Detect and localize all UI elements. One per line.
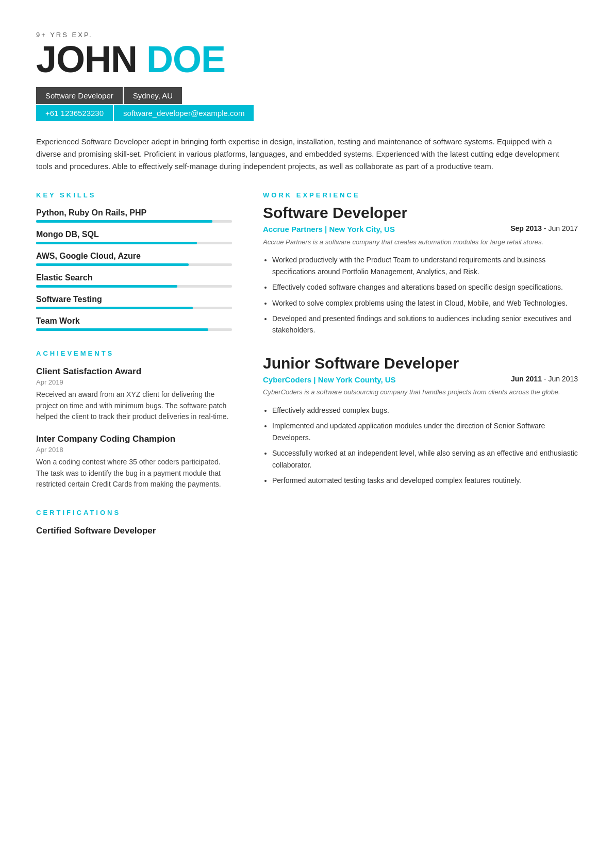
- achievement-desc: Received an award from an XYZ client for…: [36, 389, 232, 423]
- skills-section-title: KEY SKILLS: [36, 191, 232, 199]
- work-bullet: Worked to solve complex problems using t…: [272, 297, 578, 309]
- work-bullet: Successfully worked at an independent le…: [272, 447, 578, 471]
- email-tag: software_developer@example.com: [114, 105, 254, 121]
- certification-name: Certified Software Developer: [36, 526, 232, 536]
- skill-name: Elastic Search: [36, 273, 232, 282]
- achievement-date: Apr 2018: [36, 446, 232, 454]
- work-item: Junior Software Developer CyberCoders | …: [263, 355, 578, 487]
- certifications-section: CERTIFICATIONS Certified Software Develo…: [36, 509, 232, 536]
- work-title: Software Developer: [263, 204, 578, 221]
- certifications-section-title: CERTIFICATIONS: [36, 509, 232, 516]
- skill-bar-bg: [36, 285, 232, 288]
- work-company: Accrue Partners | New York City, US: [263, 224, 395, 235]
- skill-bar-bg: [36, 328, 232, 331]
- work-bullet: Worked productively with the Product Tea…: [272, 254, 578, 277]
- job-title-tag: Software Developer: [36, 87, 123, 104]
- work-bullet: Performed automated testing tasks and de…: [272, 475, 578, 486]
- skill-bar-fill: [36, 328, 208, 331]
- work-bullet: Effectively coded software changes and a…: [272, 281, 578, 293]
- skill-bar-bg: [36, 242, 232, 244]
- skills-section: KEY SKILLS Python, Ruby On Rails, PHP Mo…: [36, 191, 232, 331]
- work-dates: Jun 2011 - Jun 2013: [511, 375, 578, 383]
- achievements-section: ACHIEVEMENTS Client Satisfaction Award A…: [36, 349, 232, 490]
- work-description: CyberCoders is a software outsourcing co…: [263, 388, 578, 397]
- skill-item: Team Work: [36, 316, 232, 331]
- location-tag: Sydney, AU: [124, 87, 182, 104]
- skill-bar-fill: [36, 242, 197, 244]
- skill-item: Mongo DB, SQL: [36, 230, 232, 244]
- phone-tag: +61 1236523230: [36, 105, 113, 121]
- skill-item: AWS, Google Cloud, Azure: [36, 252, 232, 266]
- work-bullet: Effectively addressed complex bugs.: [272, 405, 578, 416]
- skill-bar-bg: [36, 307, 232, 309]
- skill-name: Mongo DB, SQL: [36, 230, 232, 239]
- skill-name: Software Testing: [36, 295, 232, 304]
- skill-item: Elastic Search: [36, 273, 232, 288]
- skill-bar-fill: [36, 263, 189, 266]
- last-name: DOE: [146, 41, 225, 78]
- work-bullet: Developed and presented findings and sol…: [272, 313, 578, 336]
- work-experience-section-title: WORK EXPERIENCE: [263, 191, 578, 199]
- achievement-desc: Won a coding contest where 35 other code…: [36, 457, 232, 490]
- work-bullets: Effectively addressed complex bugs.Imple…: [263, 405, 578, 486]
- skill-item: Software Testing: [36, 295, 232, 309]
- work-title: Junior Software Developer: [263, 355, 578, 372]
- achievement-date: Apr 2019: [36, 378, 232, 386]
- work-description: Accrue Partners is a software company th…: [263, 238, 578, 247]
- skill-bar-fill: [36, 285, 177, 288]
- work-bullets: Worked productively with the Product Tea…: [263, 254, 578, 336]
- skill-name: Team Work: [36, 316, 232, 326]
- work-bullet: Implemented and updated application modu…: [272, 420, 578, 443]
- work-dates: Sep 2013 - Jun 2017: [510, 224, 578, 232]
- first-name: JOHN: [36, 41, 137, 78]
- skill-bar-bg: [36, 263, 232, 266]
- exp-label: 9+ YRS EXP.: [36, 31, 578, 39]
- achievement-item: Client Satisfaction Award Apr 2019 Recei…: [36, 366, 232, 423]
- skill-name: AWS, Google Cloud, Azure: [36, 252, 232, 261]
- skill-item: Python, Ruby On Rails, PHP: [36, 208, 232, 223]
- skill-bar-bg: [36, 220, 232, 223]
- achievement-title: Inter Company Coding Champion: [36, 434, 232, 444]
- skill-bar-fill: [36, 220, 212, 223]
- achievement-title: Client Satisfaction Award: [36, 366, 232, 377]
- skill-name: Python, Ruby On Rails, PHP: [36, 208, 232, 218]
- work-item: Software Developer Accrue Partners | New…: [263, 204, 578, 336]
- skill-bar-fill: [36, 307, 193, 309]
- summary-text: Experienced Software Developer adept in …: [36, 136, 577, 173]
- work-company: CyberCoders | New York County, US: [263, 375, 396, 385]
- achievement-item: Inter Company Coding Champion Apr 2018 W…: [36, 434, 232, 490]
- achievements-section-title: ACHIEVEMENTS: [36, 349, 232, 357]
